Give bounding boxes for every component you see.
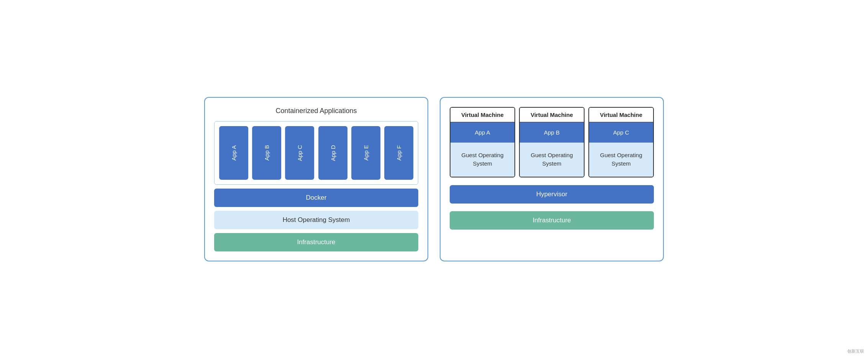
app-box: App E — [351, 126, 380, 180]
right-diagram: Virtual MachineApp AGuest Operating Syst… — [440, 97, 664, 261]
vm-box: Virtual MachineApp CGuest Operating Syst… — [588, 107, 654, 177]
vm-title: Virtual Machine — [589, 108, 653, 122]
hypervisor-layer: Hypervisor — [450, 185, 654, 204]
vm-app: App A — [450, 122, 514, 143]
vm-title: Virtual Machine — [450, 108, 514, 122]
app-box: App D — [318, 126, 347, 180]
vm-box: Virtual MachineApp AGuest Operating Syst… — [450, 107, 515, 177]
vm-app: App B — [520, 122, 584, 143]
app-box: App C — [285, 126, 314, 180]
vms-row: Virtual MachineApp AGuest Operating Syst… — [450, 107, 654, 177]
host-os-layer: Host Operating System — [214, 211, 418, 229]
main-container: Containerized Applications App AApp BApp… — [204, 97, 664, 261]
left-infra-layer: Infrastructure — [214, 233, 418, 251]
docker-layer: Docker — [214, 189, 418, 207]
watermark: 创新互联 — [847, 348, 864, 354]
left-title: Containerized Applications — [214, 107, 418, 115]
vm-app: App C — [589, 122, 653, 143]
vm-guest-os: Guest Operating System — [589, 143, 653, 177]
vm-guest-os: Guest Operating System — [520, 143, 584, 177]
left-diagram: Containerized Applications App AApp BApp… — [204, 97, 428, 261]
app-box: App B — [252, 126, 281, 180]
vm-title: Virtual Machine — [520, 108, 584, 122]
vm-guest-os: Guest Operating System — [450, 143, 514, 177]
vm-box: Virtual MachineApp BGuest Operating Syst… — [519, 107, 585, 177]
apps-outer-box: App AApp BApp CApp DApp EApp F — [214, 121, 418, 185]
apps-row: App AApp BApp CApp DApp EApp F — [219, 126, 413, 180]
app-box: App A — [219, 126, 248, 180]
right-infra-layer: Infrastructure — [450, 211, 654, 230]
app-box: App F — [384, 126, 413, 180]
